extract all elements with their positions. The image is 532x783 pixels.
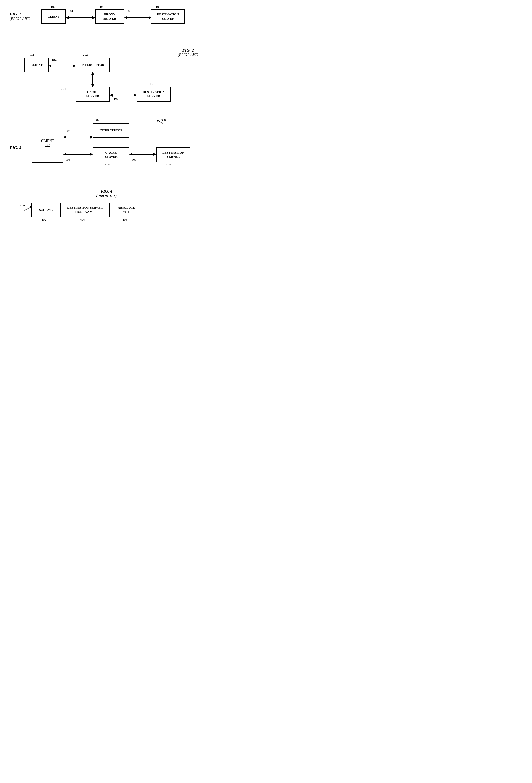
fig3-client-node: CLIENT 102 bbox=[32, 124, 63, 162]
fig4-scheme-node: SCHEME bbox=[31, 202, 61, 217]
fig4-section: FIG. 4 (PRIOR ART) 400 SCHEME DESTINATIO… bbox=[10, 189, 203, 230]
page: FIG. 1 (PRIOR ART) 102 CLIENT 104 106 PR… bbox=[10, 5, 203, 230]
fig1-client-node: CLIENT bbox=[41, 9, 66, 24]
fig3-ref-104: 104 bbox=[65, 129, 70, 133]
fig4-arrow-400 bbox=[24, 206, 32, 211]
fig1-sublabel: (PRIOR ART) bbox=[10, 17, 30, 21]
fig1-ref-102: 102 bbox=[51, 5, 56, 9]
fig2-sublabel: (PRIOR ART) bbox=[178, 53, 198, 57]
fig1-ref-108: 108 bbox=[126, 9, 131, 13]
fig2-cache-node: CACHE SERVER bbox=[76, 87, 110, 101]
fig2-ref-110: 110 bbox=[148, 82, 153, 86]
fig4-ref-402: 402 bbox=[41, 218, 46, 222]
fig2-dest-node: DESTINATION SERVER bbox=[137, 87, 171, 101]
fig3-ref-109: 109 bbox=[132, 158, 137, 162]
fig1-dest-node: DESTINATION SERVER bbox=[151, 9, 185, 24]
fig2-section: FIG. 2 (PRIOR ART) 102 CLIENT 104 202 IN… bbox=[10, 46, 203, 102]
fig1-label-group: FIG. 1 (PRIOR ART) bbox=[10, 12, 30, 21]
fig4-ref-404: 404 bbox=[80, 218, 85, 222]
fig3-arrow-client-int bbox=[63, 135, 93, 139]
fig3-ref-300: 300 bbox=[161, 118, 166, 122]
fig3-label: FIG. 3 bbox=[10, 146, 21, 150]
fig1-arrow-proxy-dest bbox=[124, 15, 151, 20]
fig2-ref-204: 204 bbox=[61, 87, 66, 91]
fig3-label-group: FIG. 3 bbox=[10, 146, 21, 150]
fig3-ref-302: 302 bbox=[95, 118, 100, 122]
fig2-client-node: CLIENT bbox=[24, 58, 49, 72]
fig3-dest-node: DESTINATION SERVER bbox=[156, 148, 190, 162]
fig3-interceptor-node: INTERCEPTOR bbox=[93, 123, 129, 138]
fig1-ref-110: 110 bbox=[154, 5, 159, 9]
fig2-interceptor-node: INTERCEPTOR bbox=[76, 58, 110, 72]
fig1-arrow-client-proxy bbox=[66, 15, 95, 20]
fig3-ref-105: 105 bbox=[65, 158, 70, 162]
fig1-ref-104: 104 bbox=[68, 9, 73, 13]
fig2-ref-109: 109 bbox=[114, 97, 119, 100]
fig2-arrow-int-cache bbox=[91, 72, 95, 87]
fig2-label-group: FIG. 2 (PRIOR ART) bbox=[178, 48, 198, 57]
fig1-ref-106: 106 bbox=[100, 5, 104, 9]
fig2-arrow-client-int bbox=[49, 64, 76, 68]
fig1-section: FIG. 1 (PRIOR ART) 102 CLIENT 104 106 PR… bbox=[10, 5, 203, 34]
fig4-abspath-node: ABSOLUTE PATH bbox=[109, 202, 144, 217]
fig1-label: FIG. 1 bbox=[10, 12, 30, 17]
fig3-arrow-cache-dest bbox=[129, 152, 156, 156]
fig4-ref-406: 406 bbox=[123, 218, 127, 222]
fig2-ref-202: 202 bbox=[83, 53, 88, 57]
fig2-label: FIG. 2 bbox=[178, 48, 198, 53]
svg-line-9 bbox=[24, 207, 31, 210]
fig1-proxy-node: PROXY SERVER bbox=[95, 9, 124, 24]
fig3-section: FIG. 3 300 CLIENT 102 104 302 bbox=[10, 114, 203, 177]
fig3-ref-110: 110 bbox=[166, 162, 170, 166]
fig2-ref-104: 104 bbox=[52, 58, 57, 62]
fig3-cache-node: CACHE SERVER bbox=[93, 148, 129, 162]
fig2-ref-102: 102 bbox=[29, 53, 34, 57]
fig3-ref-304: 304 bbox=[105, 162, 110, 166]
fig4-sublabel: (PRIOR ART) bbox=[10, 194, 203, 198]
fig4-ref-400: 400 bbox=[20, 203, 25, 208]
fig4-label-group: FIG. 4 (PRIOR ART) bbox=[10, 189, 203, 198]
fig3-arrow-client-cache bbox=[63, 152, 93, 156]
fig4-label: FIG. 4 bbox=[10, 189, 203, 194]
fig4-desthost-node: DESTINATION SERVER HOST NAME bbox=[61, 202, 109, 217]
